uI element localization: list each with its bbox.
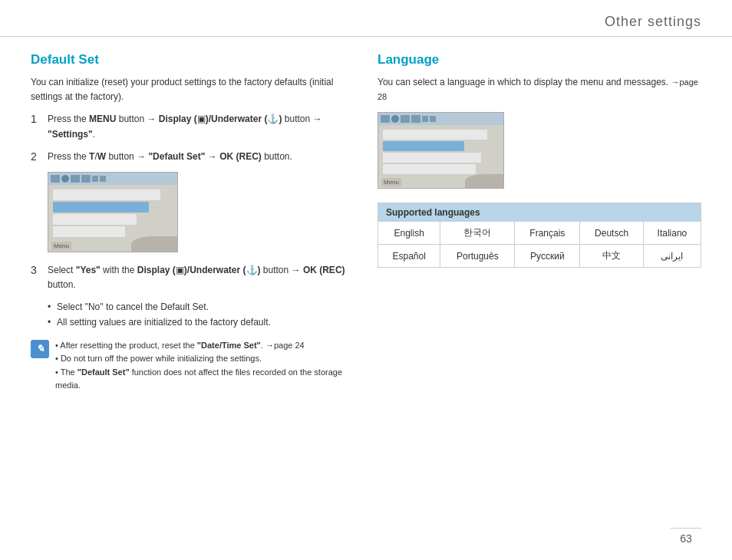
language-table-body: English 한국어 Français Deutsch Italiano Es…: [378, 222, 701, 267]
step-2-number: 2: [31, 150, 41, 163]
step-3-number: 3: [31, 263, 41, 276]
default-set-title: Default Set: [31, 52, 354, 68]
lcd-icon-2: [61, 175, 69, 183]
default-set-intro: You can initialize (reset) your product …: [31, 75, 354, 104]
note-item-2: • Do not turn off the power while initia…: [55, 354, 262, 363]
lang-german: Deutsch: [580, 222, 643, 245]
lcd-icon-6: [100, 176, 106, 182]
lcd-icon-5: [92, 176, 98, 182]
lcd-row-2: [53, 214, 137, 225]
left-column: Default Set You can initialize (reset) y…: [31, 52, 354, 393]
lcd-row-3: [53, 226, 125, 237]
lcd-menu-label: Menu: [51, 242, 71, 250]
lang-lcd-icon-5: [422, 116, 428, 122]
content-area: Default Set You can initialize (reset) y…: [0, 37, 732, 408]
lang-farsi: ایرانی: [643, 245, 701, 268]
lang-korean: 한국어: [440, 222, 515, 245]
language-lcd-screen: Menu: [378, 112, 504, 189]
lang-portuguese: Português: [440, 245, 515, 268]
page-title: Other settings: [31, 14, 701, 30]
bullet-2: All setting values are initialized to th…: [48, 315, 354, 330]
lang-lcd-shadow: [465, 174, 503, 188]
bullet-list: Select "No" to cancel the Default Set. A…: [48, 300, 354, 329]
note-box: ✎ • After resetting the product, reset t…: [31, 339, 354, 393]
steps-list: 1 Press the MENU button → Display (▣)/Un…: [31, 112, 354, 164]
note-icon: ✎: [31, 340, 49, 358]
language-row-1: English 한국어 Français Deutsch Italiano: [378, 222, 701, 245]
step-2: 2 Press the T/W button → "Default Set" →…: [31, 150, 354, 164]
note-item-1: • After resetting the product, reset the…: [55, 341, 305, 350]
supported-languages-header: Supported languages: [378, 203, 701, 222]
language-intro: You can select a language in which to di…: [378, 75, 701, 104]
lang-lcd-menu: Menu: [381, 178, 401, 186]
lang-lcd-icon-4: [411, 115, 420, 123]
lcd-shadow: [131, 236, 177, 252]
steps-list-2: 3 Select "Yes" with the Display (▣)/Unde…: [31, 263, 354, 292]
lang-lcd-icon-3: [401, 115, 410, 123]
lang-lcd-icon-2: [391, 115, 399, 123]
supported-languages-box: Supported languages English 한국어 Français…: [378, 203, 701, 268]
note-text: • After resetting the product, reset the…: [55, 339, 354, 393]
note-item-3: • The "Default Set" function does not af…: [55, 367, 342, 390]
lang-lcd-row-1: [383, 130, 487, 140]
lang-italian: Italiano: [643, 222, 701, 245]
lang-lcd-top-bar: [378, 113, 503, 125]
bullet-1: Select "No" to cancel the Default Set.: [48, 300, 354, 315]
step-3: 3 Select "Yes" with the Display (▣)/Unde…: [31, 263, 354, 292]
language-row-2: Español Português Русский 中文 ایرانی: [378, 245, 701, 268]
language-title: Language: [378, 52, 701, 68]
step-3-text: Select "Yes" with the Display (▣)/Underw…: [48, 263, 354, 292]
language-intro-text: You can select a language in which to di…: [378, 77, 668, 87]
language-table: English 한국어 Français Deutsch Italiano Es…: [378, 222, 701, 267]
step-2-text: Press the T/W button → "Default Set" → O…: [48, 150, 292, 164]
lang-lcd-row-3: [383, 164, 476, 174]
lang-english: English: [378, 222, 440, 245]
page-header: Other settings: [0, 0, 732, 37]
lang-lcd-icon-6: [430, 116, 436, 122]
page-number: 63: [671, 528, 701, 545]
lcd-icon-3: [71, 175, 80, 183]
lang-french: Français: [515, 222, 580, 245]
note-icon-symbol: ✎: [36, 343, 45, 354]
lang-lcd-row-2: [383, 153, 481, 163]
lang-russian: Русский: [515, 245, 580, 268]
lang-chinese: 中文: [580, 245, 643, 268]
lcd-icon-4: [81, 175, 91, 183]
page-container: Other settings Default Set You can initi…: [0, 0, 732, 560]
lang-lcd-icon-1: [381, 115, 390, 123]
lang-spanish: Español: [378, 245, 440, 268]
lcd-row-selected: [53, 202, 149, 212]
step-1-number: 1: [31, 112, 41, 125]
step-1-text: Press the MENU button → Display (▣)/Unde…: [48, 112, 354, 141]
lcd-body: [48, 185, 177, 242]
step-1: 1 Press the MENU button → Display (▣)/Un…: [31, 112, 354, 141]
lcd-row-1: [53, 189, 160, 200]
lcd-top-bar: [48, 173, 177, 185]
right-column: Language You can select a language in wh…: [378, 52, 701, 393]
lang-lcd-body: [378, 125, 503, 179]
lang-lcd-row-selected: [383, 141, 464, 151]
lcd-screen-default: Menu: [48, 172, 178, 252]
lcd-icon-1: [51, 175, 60, 183]
